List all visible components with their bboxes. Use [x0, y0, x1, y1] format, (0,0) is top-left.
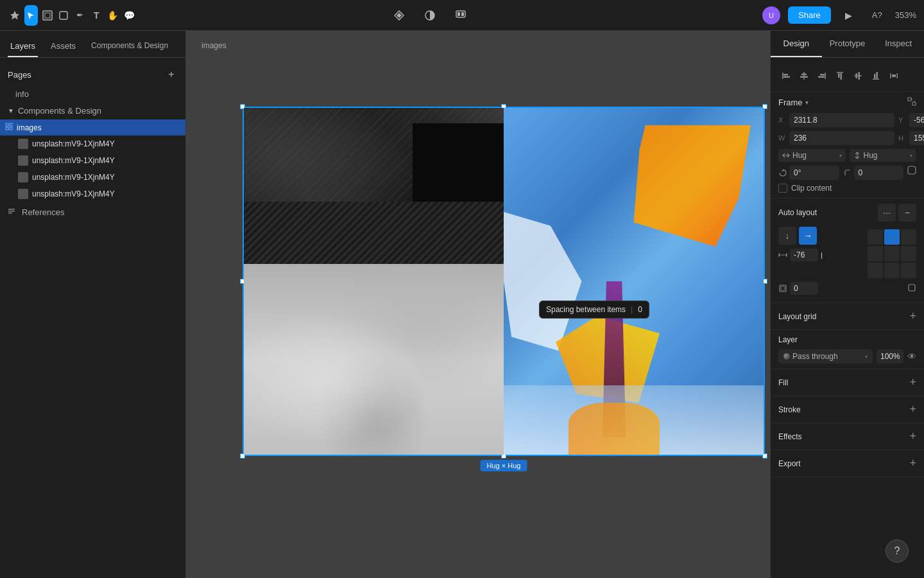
layer-unsplash-4[interactable]: unsplash:mV9-1XjnM4Y — [0, 186, 185, 202]
al-cell-bl[interactable] — [868, 263, 883, 278]
resize-icon[interactable] — [907, 97, 916, 108]
visibility-toggle[interactable]: 👁 — [907, 351, 916, 362]
app-menu-button[interactable] — [8, 5, 22, 26]
add-effects-button[interactable]: + — [909, 430, 916, 443]
left-sidebar: Layers Assets Components & Design Pages … — [0, 31, 186, 578]
w-input[interactable] — [789, 131, 894, 145]
comment-tool-button[interactable]: 💬 — [123, 5, 137, 26]
align-center-h-button[interactable] — [796, 68, 812, 83]
layer-thumb-4 — [18, 189, 28, 199]
al-layout-section: ↓ → | — [778, 227, 916, 278]
svg-rect-33 — [897, 73, 898, 78]
references-section[interactable]: References — [0, 202, 185, 222]
distribute-button[interactable] — [886, 68, 902, 83]
layer-images-label: images — [17, 123, 42, 132]
layer-thumb-2 — [18, 155, 28, 166]
add-layout-grid-button[interactable]: + — [909, 310, 916, 323]
right-panel: Design Prototype Inspect — [770, 31, 924, 578]
blend-mode-dropdown[interactable]: Pass through ▾ — [778, 349, 873, 363]
layer-images-group[interactable]: images — [0, 119, 185, 136]
svg-rect-15 — [783, 74, 788, 76]
blend-icon — [783, 353, 790, 360]
padding-row — [778, 282, 916, 295]
resize-all-icon[interactable] — [907, 166, 916, 180]
shape-tool-button[interactable] — [57, 5, 71, 26]
rotation-icon — [778, 168, 787, 177]
zoom-level[interactable]: 353% — [895, 10, 916, 20]
layer-unsplash-3[interactable]: unsplash:mV9-1XjnM4Y — [0, 169, 185, 186]
h-input-group: H — [898, 131, 924, 145]
al-cell-ml[interactable] — [868, 246, 883, 261]
rotation-input[interactable] — [789, 166, 839, 180]
clip-content-checkbox[interactable] — [778, 184, 787, 193]
al-cell-tr[interactable] — [901, 229, 916, 245]
export-title: Export — [778, 459, 801, 468]
multiplayer-icon[interactable] — [450, 5, 471, 26]
tab-inspect[interactable]: Inspect — [873, 31, 924, 57]
frame-tool-button[interactable] — [40, 5, 55, 26]
wh-input-row: W H — [778, 131, 916, 145]
svg-rect-19 — [800, 76, 808, 78]
layer-unsplash-1[interactable]: unsplash:mV9-1XjnM4Y — [0, 136, 185, 152]
direction-down-button[interactable]: ↓ — [778, 227, 796, 245]
padding-resize-icon[interactable] — [907, 283, 916, 294]
page-item-info[interactable]: info — [0, 86, 185, 102]
page-components-design[interactable]: ▼ Components & Design — [0, 102, 185, 119]
hug-y-dropdown[interactable]: Hug ▾ — [850, 149, 917, 162]
auto-layout-remove-button[interactable]: − — [898, 204, 916, 222]
help-button[interactable]: ? — [886, 539, 909, 563]
hand-tool-button[interactable]: ✋ — [106, 5, 120, 26]
add-fill-button[interactable]: + — [909, 376, 916, 389]
align-top-button[interactable] — [832, 68, 848, 83]
layer-section: Layer Pass through ▾ 👁 — [771, 330, 924, 369]
al-cell-bc[interactable] — [884, 263, 900, 278]
padding-icon — [778, 284, 787, 293]
accessibility-button[interactable]: A? — [867, 5, 887, 26]
align-left-button[interactable] — [778, 68, 794, 83]
frame-container[interactable]: Hug × Hug — [244, 108, 764, 455]
x-input[interactable] — [789, 113, 894, 127]
tab-design[interactable]: Design — [771, 31, 822, 57]
auto-layout-more-button[interactable]: ··· — [878, 204, 896, 222]
layer-row: Pass through ▾ 👁 — [778, 349, 916, 363]
tab-layers[interactable]: Layers — [8, 36, 38, 57]
svg-rect-35 — [908, 98, 911, 101]
spacing-between-input[interactable] — [790, 249, 818, 261]
svg-rect-34 — [892, 74, 896, 77]
add-page-button[interactable]: + — [165, 68, 178, 81]
layer-unsplash-4-label: unsplash:mV9-1XjnM4Y — [32, 189, 115, 198]
al-cell-tc[interactable] — [884, 229, 900, 245]
h-input[interactable] — [909, 131, 924, 145]
padding-input[interactable] — [790, 282, 818, 295]
layer-unsplash-2[interactable]: unsplash:mV9-1XjnM4Y — [0, 152, 185, 169]
y-input[interactable] — [909, 113, 924, 127]
add-stroke-button[interactable]: + — [909, 403, 916, 416]
al-cell-tl[interactable] — [868, 229, 883, 245]
frame-expand-icon[interactable]: ▾ — [805, 99, 809, 106]
opacity-group — [877, 349, 903, 363]
components-icon[interactable] — [389, 5, 409, 26]
hug-x-dropdown[interactable]: Hug ▾ — [778, 149, 846, 162]
al-cell-mc[interactable] — [884, 246, 900, 261]
tab-assets[interactable]: Assets — [48, 36, 78, 57]
frame-section: Frame ▾ X — [771, 92, 924, 198]
al-cell-mr[interactable] — [901, 246, 916, 261]
move-tool-button[interactable] — [24, 5, 38, 26]
pen-tool-button[interactable]: ✒ — [73, 5, 87, 26]
share-button[interactable]: Share — [788, 6, 831, 24]
corner-input[interactable] — [854, 166, 904, 180]
canvas-area[interactable]: images — [186, 31, 770, 578]
al-cell-br[interactable] — [901, 263, 916, 278]
panel-marble — [244, 108, 504, 264]
add-export-button[interactable]: + — [909, 457, 916, 470]
tab-components-design[interactable]: Components & Design — [89, 36, 171, 57]
text-tool-button[interactable]: T — [90, 5, 104, 26]
tab-prototype[interactable]: Prototype — [822, 31, 873, 57]
align-middle-button[interactable] — [850, 68, 866, 83]
direction-right-button[interactable]: → — [799, 227, 817, 245]
play-button[interactable]: ▶ — [839, 5, 859, 26]
align-bottom-button[interactable] — [868, 68, 884, 83]
align-right-button[interactable] — [814, 68, 830, 83]
theme-toggle[interactable] — [420, 5, 440, 26]
opacity-input[interactable] — [877, 349, 903, 363]
